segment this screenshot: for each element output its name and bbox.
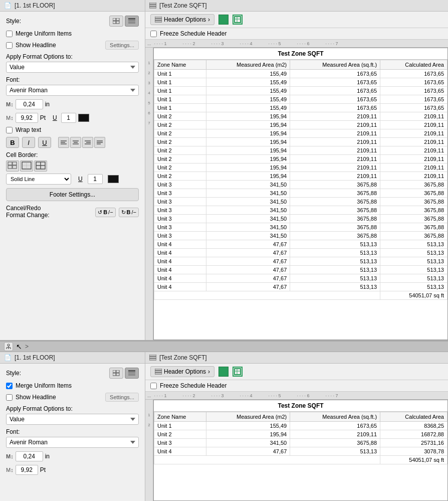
bottom-apply-format-select[interactable]: Value <box>6 414 139 425</box>
bottom-ruler-4: · · · · 4 <box>240 393 253 398</box>
table-cell: 513,13 <box>290 240 380 249</box>
svg-rect-33 <box>155 19 162 20</box>
bottom-green-filled-icon[interactable] <box>218 367 229 377</box>
bottom-font-select[interactable]: Avenir Roman <box>6 437 139 448</box>
table-row: Unit 3341,503675,883675,88 <box>154 215 447 223</box>
wrap-text-checkbox[interactable] <box>6 127 13 133</box>
border-btn-3[interactable] <box>34 160 47 172</box>
undo-bold-button[interactable]: ↺ B /− <box>95 208 115 217</box>
ruler-6: · · · · 6 <box>297 41 310 46</box>
bold-button[interactable]: B <box>6 137 19 148</box>
table-cell: 195,94 <box>206 155 290 163</box>
svg-rect-0 <box>113 18 116 21</box>
bottom-merge-uniform-checkbox[interactable] <box>6 383 13 389</box>
border-style-select[interactable]: Solid Line <box>6 174 71 185</box>
style-btn-grid[interactable] <box>109 16 123 27</box>
settings-button[interactable]: Settings... <box>105 41 139 50</box>
bottom-header-options-button[interactable]: Header Options › <box>150 366 214 377</box>
vruler-6: 6 <box>148 108 150 118</box>
table-cell: 2109,11 <box>380 146 447 155</box>
redo-icon: ↻ <box>121 209 126 216</box>
divider-arrow: > <box>25 343 29 350</box>
apply-format-select[interactable]: Value <box>6 62 139 73</box>
svg-rect-50 <box>149 355 156 356</box>
underline-u-icon: U <box>53 114 57 121</box>
style-buttons <box>109 16 139 27</box>
bottom-settings-button[interactable]: Settings... <box>105 393 139 402</box>
table-row: Unit 3341,503675,883675,88 <box>154 232 447 240</box>
italic-button[interactable]: I <box>22 137 35 148</box>
outline-table-icon <box>234 16 242 24</box>
bottom-show-headline-checkbox[interactable] <box>6 394 13 401</box>
bottom-col-measured-m2: Measured Area (m2) <box>206 412 290 422</box>
svg-rect-47 <box>128 370 135 372</box>
bottom-freeze-checkbox[interactable] <box>150 383 157 389</box>
table-cell: 2109,11 <box>290 430 380 439</box>
table-cell: Unit 1 <box>154 104 206 112</box>
border-btn-1[interactable] <box>6 160 19 172</box>
color-swatch-1[interactable] <box>78 114 89 122</box>
bottom-compact-icon <box>128 370 135 376</box>
table-cell: 3675,88 <box>290 232 380 240</box>
border-btn-2[interactable] <box>20 160 33 172</box>
top-table-container: Test Zone SQFT Zone Name Measured Area (… <box>153 48 448 340</box>
svg-rect-3 <box>116 21 119 24</box>
top-freeze-checkbox[interactable] <box>150 31 157 37</box>
ruler-7: · · · · 7 <box>326 41 338 46</box>
top-total-value: 54051,07 sq ft <box>380 291 447 300</box>
text-format-row: B I U <box>6 137 139 148</box>
redo-bold-button[interactable]: ↻ B /− <box>119 208 139 217</box>
top-header-options-label: Header Options <box>164 16 206 23</box>
wrap-text-row: Wrap text <box>6 126 139 133</box>
bottom-sidebar: 📄 [1. 1st FLOOR] Style: <box>0 352 145 501</box>
bottom-style-label: Style: <box>6 370 21 377</box>
bottom-style-btn-compact[interactable] <box>125 368 139 379</box>
fontsize-input[interactable]: 9,92 <box>16 113 38 123</box>
merge-uniform-checkbox[interactable] <box>6 31 13 37</box>
style-btn-compact[interactable] <box>125 16 139 27</box>
align-right-button[interactable] <box>82 137 93 148</box>
bottom-green-outline-icon[interactable] <box>233 367 243 377</box>
table-cell: 513,13 <box>290 249 380 257</box>
footer-settings-button[interactable]: Footer Settings... <box>6 188 139 201</box>
table-cell: Unit 3 <box>154 206 206 215</box>
underline-button[interactable]: U <box>38 137 51 148</box>
top-green-outline-icon[interactable] <box>233 15 243 25</box>
border-inner-icon <box>7 161 18 170</box>
table-cell: Unit 1 <box>154 95 206 104</box>
table-cell: 341,50 <box>206 206 290 215</box>
underline-input[interactable] <box>61 113 76 123</box>
bottom-show-headline-label: Show Headline <box>16 394 56 401</box>
table-cell: 2109,11 <box>380 112 447 121</box>
border-color-swatch[interactable] <box>108 175 119 183</box>
align-justify-button[interactable] <box>94 137 105 148</box>
table-cell: 2109,11 <box>380 155 447 163</box>
table-cell: 3675,88 <box>380 189 447 198</box>
bottom-col-zone-name: Zone Name <box>154 412 206 422</box>
table-cell: Unit 1 <box>154 78 206 87</box>
table-cell: 3675,88 <box>380 198 447 206</box>
top-header-options-button[interactable]: Header Options › <box>150 14 214 25</box>
align-left-button[interactable] <box>58 137 69 148</box>
bottom-style-btn-grid[interactable] <box>109 368 123 379</box>
font-select[interactable]: Avenir Roman <box>6 85 139 96</box>
table-row: Unit 1155,491673,658368,25 <box>154 422 447 430</box>
show-headline-checkbox[interactable] <box>6 42 13 49</box>
table-cell: Unit 2 <box>154 146 206 155</box>
border-pt-input[interactable] <box>88 174 103 184</box>
font-row: Font: Avenir Roman <box>6 76 139 96</box>
align-center-button[interactable] <box>70 137 81 148</box>
bottom-margin-input[interactable] <box>16 451 43 461</box>
document-icon: 📄 <box>4 2 12 9</box>
divider-tool-icon[interactable] <box>4 342 13 351</box>
bottom-header-options-label: Header Options <box>164 368 206 375</box>
top-green-filled-icon[interactable] <box>218 15 229 25</box>
table-cell: Unit 3 <box>154 198 206 206</box>
margin-input[interactable]: 0,24 <box>16 99 43 109</box>
table-cell: 47,67 <box>206 283 290 291</box>
table-cell: Unit 1 <box>154 422 206 430</box>
table-row: Unit 447,67513,133078,78 <box>154 447 447 456</box>
bottom-fontsize-input[interactable] <box>16 465 38 475</box>
table-cell: Unit 3 <box>154 215 206 223</box>
margin-m-icon: M↕ <box>6 101 14 107</box>
